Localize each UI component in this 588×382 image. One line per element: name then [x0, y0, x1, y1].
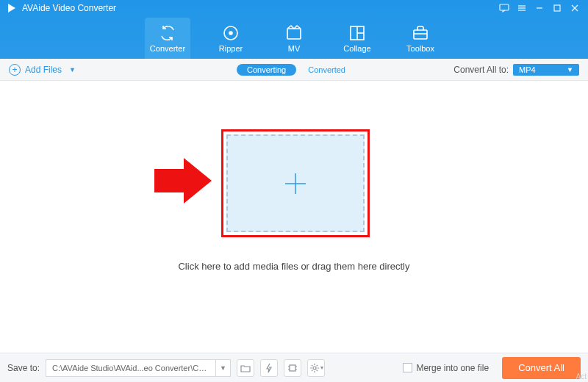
collage-icon	[348, 24, 367, 43]
tab-label: MV	[288, 44, 301, 53]
converting-pill[interactable]: Converting	[237, 64, 296, 76]
tab-mv[interactable]: MV	[271, 18, 317, 59]
save-to-label: Save to:	[7, 363, 40, 373]
close-icon[interactable]	[567, 1, 582, 15]
dropzone-hint: Click here to add media files or drag th…	[0, 261, 588, 272]
svg-point-25	[313, 367, 316, 370]
svg-marker-17	[154, 158, 212, 203]
tab-label: Ripper	[219, 44, 243, 53]
tab-toolbox[interactable]: Toolbox	[398, 18, 443, 59]
merge-checkbox[interactable]: Merge into one file	[403, 363, 489, 373]
header: AVAide Video Converter Converter Ripper …	[0, 0, 588, 59]
svg-point-10	[229, 32, 232, 35]
svg-rect-15	[414, 30, 427, 39]
converted-pill[interactable]: Converted	[302, 64, 351, 76]
path-dropdown-button[interactable]: ▼	[215, 360, 230, 376]
plus-circle-icon: +	[9, 64, 21, 76]
dropzone[interactable]	[221, 129, 370, 237]
svg-rect-1	[500, 4, 509, 10]
converter-icon	[158, 24, 177, 43]
save-path-value: C:\AVAide Studio\AVAid...eo Converter\Co…	[46, 364, 215, 372]
maximize-icon[interactable]	[550, 1, 564, 15]
tab-label: Collage	[343, 44, 370, 53]
format-value: MP4	[519, 65, 536, 74]
feedback-icon[interactable]	[497, 1, 512, 15]
gpu-button[interactable]	[284, 359, 301, 377]
save-path-box: C:\AVAide Studio\AVAid...eo Converter\Co…	[46, 359, 231, 377]
convert-all-to-label: Convert All to:	[453, 65, 509, 75]
app-logo-icon	[6, 2, 18, 14]
convert-all-button[interactable]: Convert All	[502, 357, 581, 379]
mv-icon	[284, 24, 304, 43]
svg-rect-20	[290, 365, 295, 371]
tab-label: Converter	[150, 44, 185, 53]
open-folder-button[interactable]	[237, 359, 254, 377]
footer: Save to: C:\AVAide Studio\AVAid...eo Con…	[0, 353, 588, 382]
chevron-down-icon: ▼	[567, 66, 573, 73]
tab-label: Toolbox	[406, 44, 434, 53]
titlebar: AVAide Video Converter	[0, 0, 588, 16]
convert-button-label: Convert All	[518, 362, 564, 373]
toolbox-icon	[411, 24, 430, 43]
chevron-down-icon: ▾	[320, 364, 323, 371]
merge-label: Merge into one file	[416, 363, 489, 373]
svg-rect-11	[287, 29, 301, 39]
add-files-label: Add Files	[25, 65, 62, 75]
settings-button[interactable]: ▾	[307, 359, 325, 377]
tab-ripper[interactable]: Ripper	[208, 18, 254, 59]
main-area: Click here to add media files or drag th…	[0, 81, 588, 323]
annotation-arrow-icon	[154, 158, 212, 206]
main-tabs: Converter Ripper MV Collage Toolbox	[0, 16, 588, 59]
ripper-icon	[221, 24, 240, 43]
tab-collage[interactable]: Collage	[334, 18, 380, 59]
chevron-down-icon: ▼	[69, 66, 76, 73]
svg-marker-0	[8, 4, 15, 12]
tab-converter[interactable]: Converter	[145, 18, 190, 59]
app-title: AVAide Video Converter	[22, 3, 116, 13]
plus-icon	[281, 169, 310, 198]
menu-icon[interactable]	[514, 1, 529, 15]
checkbox-icon	[403, 363, 412, 372]
add-files-button[interactable]: + Add Files ▼	[9, 64, 76, 76]
sub-toolbar: + Add Files ▼ Converting Converted Conve…	[0, 59, 588, 81]
watermark-text: Act	[576, 372, 587, 381]
minimize-icon[interactable]	[532, 1, 547, 15]
format-select[interactable]: MP4 ▼	[513, 64, 579, 76]
svg-rect-6	[554, 5, 560, 11]
lightning-button[interactable]	[260, 359, 278, 377]
